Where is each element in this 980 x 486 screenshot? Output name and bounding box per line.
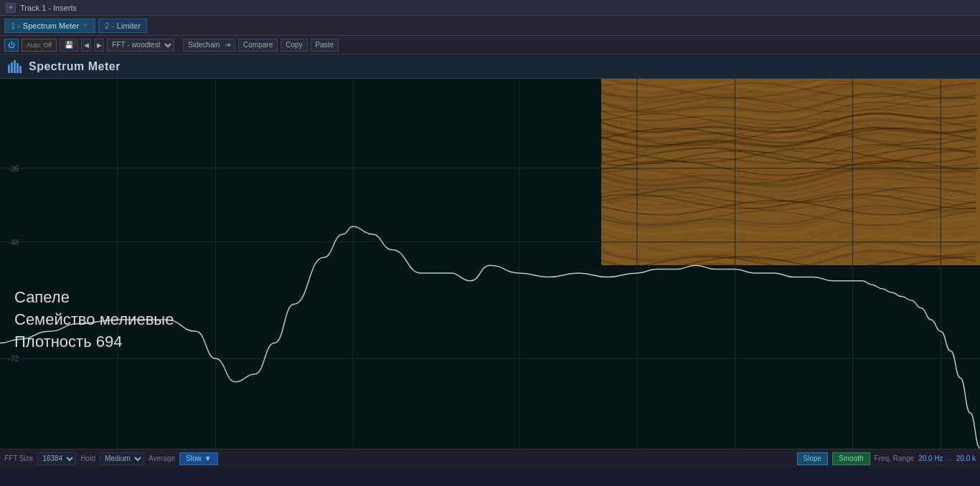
slow-arrow: ▼ [204, 454, 212, 462]
sidechain-button[interactable]: Sidechain ⇥ [183, 39, 235, 52]
wood-panel [601, 79, 980, 265]
spectrum-display: -36 -48 -72 -96 50 100 200 500 1 k 2 k 5… [0, 79, 980, 467]
slow-button[interactable]: Slow ▼ [179, 452, 218, 465]
wood-texture [601, 79, 980, 265]
tab2-number: 2 - [105, 22, 114, 30]
db-label-36: -36 [9, 164, 19, 172]
hold-select[interactable]: Medium Short Long Infinite [100, 452, 144, 465]
sidechain-label: Sidechain [188, 41, 220, 49]
main-area: -36 -48 -72 -96 50 100 200 500 1 k 2 k 5… [0, 79, 980, 467]
toolbar: ⏻ Auto: Off 💾 ◀ ▶ FFT - woodtest Sidecha… [0, 36, 980, 54]
plugin-name: Spectrum Meter [29, 60, 121, 73]
plugin-tab-spectrum[interactable]: 1 - Spectrum Meter ▼ [4, 19, 95, 33]
tab1-arrow: ▼ [82, 22, 89, 29]
svg-rect-4 [19, 66, 22, 73]
fft-size-label: FFT Size [4, 454, 33, 462]
power-button[interactable]: ⏻ [4, 39, 19, 52]
tab2-name: Limiter [117, 22, 141, 30]
plugin-title-bar: Spectrum Meter [0, 54, 980, 79]
fft-size-select[interactable]: 16384 8192 4096 2048 1024 [37, 452, 76, 465]
overlay-line3: Плотность 694 [14, 331, 174, 353]
tab1-name: Spectrum Meter [23, 22, 79, 30]
average-label: Average [149, 454, 175, 462]
svg-rect-3 [17, 63, 19, 73]
smooth-button[interactable]: Smooth [832, 452, 870, 465]
nav-next-button[interactable]: ▶ [94, 39, 104, 52]
db-label-72: -72 [9, 355, 19, 363]
svg-rect-1 [11, 62, 13, 73]
freq-range-label: Freq. Range [875, 454, 915, 462]
overlay-line2: Семейство мелиевые [14, 309, 174, 331]
text-overlay: Сапеле Семейство мелиевые Плотность 694 [14, 287, 174, 353]
overlay-line1: Сапеле [14, 287, 174, 309]
nav-prev-button[interactable]: ◀ [81, 39, 91, 52]
plugin-header: 1 - Spectrum Meter ▼ 2 - Limiter [0, 16, 980, 36]
hold-label: Hold [80, 454, 95, 462]
plugin-tab-limiter[interactable]: 2 - Limiter [98, 19, 147, 33]
title-text: Track 1 - Inserts [20, 4, 77, 12]
slope-button[interactable]: Slope [797, 452, 829, 465]
add-insert-button[interactable]: + [6, 3, 16, 13]
db-labels: -36 -48 -72 -96 [0, 79, 22, 467]
freq-range-max: 20.0 k [956, 454, 976, 462]
freq-range-min: 20.0 Hz [918, 454, 943, 462]
compare-button[interactable]: Compare [238, 39, 278, 52]
paste-button[interactable]: Paste [311, 39, 339, 52]
fft-preset-select[interactable]: FFT - woodtest [107, 39, 174, 52]
title-bar: + Track 1 - Inserts [0, 0, 980, 16]
db-label-48: -48 [9, 238, 19, 246]
tab1-number: 1 - [11, 22, 20, 30]
copy-button[interactable]: Copy [281, 39, 307, 52]
auto-button[interactable]: Auto: Off [22, 39, 57, 52]
sidechain-icon: ⇥ [225, 41, 230, 49]
spectrum-icon [7, 59, 23, 75]
freq-separator: – [948, 454, 952, 463]
save-button[interactable]: 💾 [60, 39, 78, 52]
svg-rect-2 [14, 60, 16, 73]
bottom-toolbar: FFT Size 16384 8192 4096 2048 1024 Hold … [0, 449, 980, 467]
svg-rect-0 [8, 65, 10, 73]
